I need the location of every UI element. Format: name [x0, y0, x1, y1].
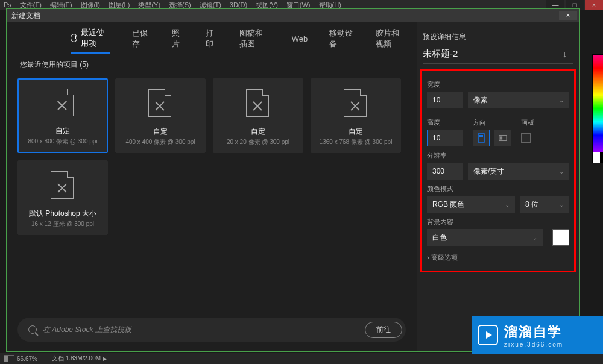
stock-search-input[interactable]: 在 Adobe Stock 上查找模板	[43, 325, 365, 335]
color-mode-label: 颜色模式	[427, 184, 569, 193]
resolution-label: 分辨率	[427, 151, 569, 160]
preset-item[interactable]: 自定 800 x 800 像素 @ 300 ppi	[17, 78, 108, 153]
preset-item[interactable]: 自定 1360 x 768 像素 @ 300 ppi	[311, 78, 401, 153]
chevron-down-icon: ⌄	[532, 234, 537, 241]
document-size[interactable]: 文档:1.83M/2.00M	[52, 354, 101, 363]
window-close[interactable]: ×	[585, 0, 603, 10]
play-icon	[478, 325, 498, 345]
chevron-down-icon: ⌄	[559, 201, 564, 208]
tab-recent[interactable]: 最近使用项	[71, 27, 110, 54]
category-tabs: 最近使用项 已保存 照片 打印 图稿和插图 Web 移动设备 胶片和视频	[17, 26, 406, 55]
height-input[interactable]: 10	[427, 130, 463, 146]
chevron-right-icon: ▶	[103, 356, 107, 362]
search-icon	[28, 325, 37, 334]
document-icon	[51, 171, 75, 200]
preset-item[interactable]: 默认 Photoshop 大小 16 x 12 厘米 @ 300 ppi	[17, 160, 108, 235]
advanced-options-toggle[interactable]: 高级选项	[427, 253, 569, 262]
document-icon	[148, 89, 172, 118]
background-select[interactable]: 白色⌄	[427, 229, 543, 246]
chevron-down-icon: ⌄	[559, 168, 564, 175]
preset-sub: 16 x 12 厘米 @ 300 ppi	[31, 220, 94, 228]
resolution-unit-select[interactable]: 像素/英寸⌄	[468, 163, 569, 180]
tab-mobile[interactable]: 移动设备	[329, 28, 353, 53]
preset-title: 自定	[55, 126, 70, 136]
width-unit-select[interactable]: 像素⌄	[468, 92, 569, 108]
tab-art[interactable]: 图稿和插图	[239, 28, 270, 53]
save-preset-icon[interactable]	[563, 49, 573, 59]
svg-rect-3	[500, 136, 503, 139]
preset-title: 自定	[153, 127, 168, 137]
background-color-swatch[interactable]	[552, 229, 569, 246]
bit-depth-select[interactable]: 8 位⌄	[520, 196, 569, 213]
recent-icon	[71, 34, 77, 42]
stock-go-button[interactable]: 前往	[365, 322, 402, 338]
menu-3d[interactable]: 3D(D)	[230, 1, 247, 8]
tab-recent-label: 最近使用项	[81, 27, 110, 49]
zoom-level[interactable]: 66.67%	[17, 356, 37, 362]
orientation-portrait-button[interactable]	[473, 130, 490, 146]
preset-title: 自定	[349, 127, 363, 137]
new-document-dialog: 新建文档 × 最近使用项 已保存 照片 打印 图稿和插图 Web 移动设备 胶片…	[6, 8, 580, 352]
preset-sub: 800 x 800 像素 @ 300 ppi	[28, 137, 97, 146]
watermark-overlay: 溜溜自学 zixue.3d66.com	[472, 316, 603, 354]
details-heading: 预设详细信息	[423, 32, 573, 42]
orientation-landscape-button[interactable]	[494, 130, 511, 146]
height-label: 高度	[427, 118, 463, 127]
preset-item[interactable]: 自定 20 x 20 像素 @ 300 ppi	[213, 78, 303, 153]
background-label: 背景内容	[427, 218, 569, 227]
document-icon	[246, 89, 270, 118]
color-picker-strip[interactable]	[592, 54, 603, 163]
dialog-title: 新建文档	[11, 11, 40, 21]
artboard-checkbox[interactable]	[521, 133, 531, 143]
tab-web[interactable]: Web	[292, 34, 308, 47]
preset-sub: 1360 x 768 像素 @ 300 ppi	[320, 138, 393, 146]
watermark-brand: 溜溜自学	[504, 323, 563, 341]
svg-rect-1	[479, 135, 483, 137]
recent-items-label: 您最近使用的项目 (5)	[20, 60, 406, 70]
tab-film[interactable]: 胶片和视频	[376, 28, 406, 53]
tab-photo[interactable]: 照片	[172, 28, 184, 53]
status-bar: 66.67% 文档:1.83M/2.00M ▶	[0, 353, 603, 364]
document-icon	[344, 89, 368, 118]
status-icon	[4, 355, 14, 362]
width-label: 宽度	[427, 80, 569, 89]
document-icon	[51, 89, 75, 118]
width-input[interactable]: 10	[427, 92, 463, 108]
resolution-input[interactable]: 300	[427, 163, 463, 180]
tab-saved[interactable]: 已保存	[132, 28, 150, 53]
highlight-annotation: 宽度 10 像素⌄ 高度 10 方向	[420, 69, 576, 272]
artboard-label: 画板	[521, 118, 534, 127]
preset-grid: 自定 800 x 800 像素 @ 300 ppi 自定 400 x 400 像…	[17, 78, 406, 235]
preset-title: 默认 Photoshop 大小	[29, 209, 96, 219]
chevron-down-icon: ⌄	[505, 201, 510, 208]
left-pane: 最近使用项 已保存 照片 打印 图稿和插图 Web 移动设备 胶片和视频 您最近…	[7, 22, 417, 351]
app-logo: Ps	[4, 1, 11, 8]
chevron-down-icon: ⌄	[559, 97, 564, 104]
dialog-close-button[interactable]: ×	[559, 11, 577, 20]
adobe-stock-search: 在 Adobe Stock 上查找模板 前往	[17, 318, 406, 342]
preset-item[interactable]: 自定 400 x 400 像素 @ 300 ppi	[115, 78, 206, 153]
preset-sub: 20 x 20 像素 @ 300 ppi	[227, 138, 289, 146]
watermark-url: zixue.3d66.com	[504, 341, 563, 348]
preset-details-pane: 预设详细信息 未标题-2 宽度 10 像素⌄ 高度 10	[417, 22, 579, 351]
orientation-label: 方向	[473, 118, 511, 127]
document-name-input[interactable]: 未标题-2	[423, 48, 458, 60]
dialog-title-bar: 新建文档 ×	[7, 9, 579, 22]
preset-sub: 400 x 400 像素 @ 300 ppi	[125, 138, 195, 146]
color-mode-select[interactable]: RGB 颜色⌄	[427, 196, 515, 213]
tab-print[interactable]: 打印	[206, 28, 218, 53]
preset-title: 自定	[251, 127, 265, 137]
